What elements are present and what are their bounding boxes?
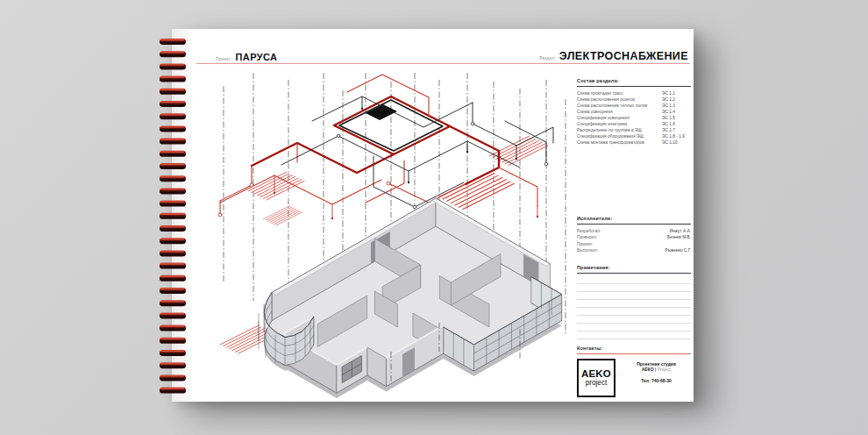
note-line <box>577 324 691 332</box>
list-item: Спецификация электрикиЭС 1.6 <box>577 121 691 127</box>
executor-row: Выполнил:Рыженко С.Г. <box>577 247 691 254</box>
list-item: Распределение по группам в ЭЩЭС 1.7 <box>577 127 691 133</box>
section-header: Раздел: ЭЛЕКТРОСНАБЖЕНИЕ <box>539 50 688 62</box>
list-item: Схема расположения тёплых половЭС 1.3 <box>577 103 691 109</box>
project-label: Проект: <box>216 57 232 61</box>
studio-info: Проектная студия АЕКО | Project Тел: 740… <box>622 359 691 397</box>
project-name: ПАРУСА <box>236 52 278 62</box>
list-item: Схема расположения розетокЭС 1.2 <box>577 96 691 103</box>
contacts-row: AEKO project Проектная студия АЕКО | Pro… <box>577 359 691 397</box>
header-rule <box>196 63 690 64</box>
logo-text-aeko: AEKO <box>581 369 611 379</box>
executor-row: Принял: <box>577 241 691 248</box>
studio-separator: | <box>655 367 656 372</box>
section-name: ЭЛЕКТРОСНАБЖЕНИЕ <box>559 50 688 62</box>
studio-name: АЕКО <box>642 367 654 372</box>
notes-block: Примечания: <box>577 265 691 339</box>
section-contents: Состав раздела: Схема прокладки трассЭС … <box>577 78 691 146</box>
album-sheet: Проект: ПАРУСА Раздел: ЭЛЕКТРОСНАБЖЕНИЕ <box>172 29 694 402</box>
project-header: Проект: ПАРУСА <box>216 52 277 62</box>
notes-title: Примечания: <box>577 265 691 274</box>
note-line <box>577 300 691 308</box>
executor-row: Разработал:Инжут А.А. <box>577 228 691 235</box>
executor-row: Проверил:Безнев М.В. <box>577 234 691 241</box>
contents-list: Схема прокладки трассЭС 1.1 Схема распол… <box>577 90 691 146</box>
phone-number: Тел: 740-68-30 <box>622 378 691 383</box>
note-line <box>577 308 691 316</box>
note-line <box>577 292 691 300</box>
list-item: Схема прокладки трассЭС 1.1 <box>577 90 691 96</box>
studio-line2: АЕКО | Project <box>622 367 691 372</box>
note-line <box>577 316 691 324</box>
list-item: Схема освещенияЭС 1.4 <box>577 109 691 115</box>
section-label: Раздел: <box>539 56 556 61</box>
list-item: Схема монтажа трансформаторовЭС 1.10 <box>577 139 691 146</box>
floor-plan <box>259 198 562 398</box>
electrical-isometric-drawing <box>194 73 575 400</box>
list-item: Спецификация освещенияЭС 1.5 <box>577 115 691 121</box>
executors-list: Разработал:Инжут А.А. Проверил:Безнев М.… <box>577 228 691 254</box>
note-line <box>577 276 691 284</box>
spiral-binding <box>159 33 190 403</box>
executors-title: Исполнители: <box>577 216 691 225</box>
note-line <box>577 332 691 339</box>
desk-background: { "header": { "project_label": "Проект:"… <box>0 0 868 435</box>
note-line <box>577 284 691 292</box>
executors-block: Исполнители: Разработал:Инжут А.А. Прове… <box>577 216 691 254</box>
list-item: Спецификация оборудования ЭЩЭС 1.8 - 1.9 <box>577 133 691 139</box>
logo-text-project: project <box>586 379 608 387</box>
contacts-title: Контакты: <box>577 346 691 354</box>
aeko-logo: AEKO project <box>577 359 615 397</box>
contents-title: Состав раздела: <box>577 78 691 87</box>
contacts-block: Контакты: AEKO project Проектная студия … <box>577 346 691 397</box>
studio-name-latin: Project <box>658 367 672 372</box>
wiring-network <box>218 75 553 219</box>
notes-lines <box>577 276 691 339</box>
